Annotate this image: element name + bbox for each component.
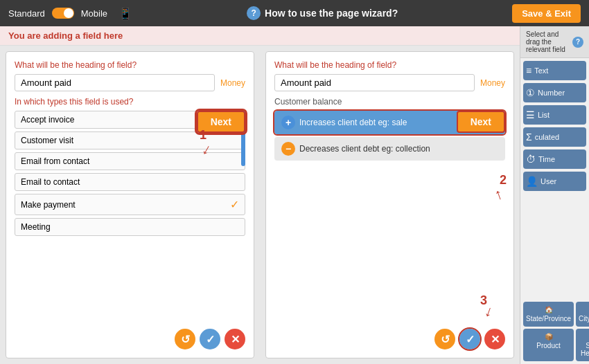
- list-item[interactable]: Email to contact: [15, 173, 245, 191]
- user-icon: 👤: [526, 176, 538, 187]
- panel1-cancel-button[interactable]: ✕: [225, 329, 245, 349]
- sidebar-item-list-label: List: [538, 111, 550, 119]
- sidebar-item-text-label: Text: [534, 66, 548, 75]
- right-sidebar: Select and drag the relevant field ? ≡ T…: [520, 26, 589, 364]
- panel1-footer: ↺ ✓ ✕: [15, 323, 245, 349]
- city-label: City/Town: [579, 315, 589, 322]
- sidebar-header-text: Select and drag the relevant field: [526, 30, 570, 53]
- annotation-3: 3: [480, 293, 487, 308]
- standard-mobile-toggle[interactable]: [52, 8, 74, 19]
- time-icon: ⏱: [526, 154, 536, 165]
- panel1-list: Accept invoice Customer visit Email from…: [15, 111, 245, 323]
- sect-label: Sect. Heading: [579, 342, 589, 357]
- panel-2: What will be the heading of field? Money…: [265, 51, 514, 358]
- list-item[interactable]: Email from contact: [15, 152, 245, 170]
- state-icon: 🏠: [545, 306, 553, 313]
- sidebar-item-user[interactable]: 👤 User: [523, 172, 586, 191]
- sigma-icon: Σ: [526, 131, 532, 143]
- panel1-types-label: In which types this field is used?: [15, 97, 245, 107]
- panel1-field-type: Money: [220, 78, 245, 88]
- panel2-field-input[interactable]: [274, 74, 475, 91]
- sidebar-item-product[interactable]: 📦 Product: [523, 329, 574, 361]
- panel-1: What will be the heading of field? Money…: [6, 51, 254, 358]
- sidebar-bottom: 🏠 State/Province 🏙 City/Town 📦 Product 📋…: [520, 299, 589, 364]
- panel2-balance-label: Customer balance: [274, 97, 505, 107]
- sidebar-item-user-label: User: [540, 177, 556, 185]
- save-exit-button[interactable]: Save & Exit: [512, 4, 581, 23]
- page-title: How to use the page wizard?: [265, 8, 398, 19]
- list-item-make-payment[interactable]: Make payment ✓: [15, 194, 245, 215]
- mobile-label: Mobile: [81, 8, 107, 19]
- help-icon[interactable]: ?: [247, 6, 261, 20]
- panel1-reset-button[interactable]: ↺: [175, 329, 195, 349]
- sidebar-item-list[interactable]: ☰ List: [523, 105, 586, 125]
- sidebar-item-calculated[interactable]: Σ culated: [523, 127, 586, 147]
- state-label: State/Province: [526, 315, 571, 322]
- balance-item-decrease[interactable]: − Decreases client debt eg: collection: [274, 137, 505, 161]
- number-icon: ①: [526, 87, 535, 98]
- top-bar-right: Save & Exit: [512, 4, 581, 23]
- minus-icon: −: [281, 142, 295, 156]
- panel1-next-button[interactable]: Next: [197, 111, 245, 133]
- panel2-field-row: Money: [274, 74, 505, 91]
- banner-text: You are adding a field here: [8, 30, 123, 41]
- mobile-icon: 📱: [118, 7, 132, 20]
- sidebar-items: ≡ Text ① Number ☰ List Σ culated ⏱ Time …: [520, 58, 589, 299]
- panel1-field-row: Money: [15, 74, 245, 91]
- text-icon: ≡: [526, 65, 531, 76]
- sidebar-header: Select and drag the relevant field ?: [520, 26, 589, 58]
- arrow-3: ↓: [482, 302, 495, 321]
- panels-row: What will be the heading of field? Money…: [0, 46, 520, 364]
- top-bar: Standard Mobile 📱 ? How to use the page …: [0, 0, 589, 26]
- panel2-heading-label: What will be the heading of field?: [274, 60, 505, 70]
- standard-label: Standard: [8, 8, 45, 19]
- sidebar-item-number-label: Number: [538, 89, 565, 97]
- list-item[interactable]: Customer visit: [15, 131, 245, 149]
- sidebar-item-time[interactable]: ⏱ Time: [523, 149, 586, 169]
- balance-item-decrease-label: Decreases client debt eg: collection: [299, 144, 430, 154]
- sidebar-item-state-province[interactable]: 🏠 State/Province: [523, 302, 574, 327]
- sidebar-item-city-town[interactable]: 🏙 City/Town: [576, 302, 589, 327]
- banner: You are adding a field here: [0, 26, 520, 46]
- main-area: You are adding a field here What will be…: [0, 26, 589, 364]
- panel2-confirm-button[interactable]: ✓: [459, 329, 480, 349]
- panel2-reset-button[interactable]: ↺: [434, 329, 455, 349]
- panel2-cancel-button[interactable]: ✕: [484, 329, 505, 349]
- arrow-2: ↑: [492, 185, 505, 204]
- list-icon: ☰: [526, 109, 535, 120]
- sidebar-item-text[interactable]: ≡ Text: [523, 61, 586, 80]
- panel1-field-input[interactable]: [15, 74, 215, 91]
- list-item[interactable]: Meeting: [15, 218, 245, 236]
- product-icon: 📦: [545, 333, 553, 340]
- panel2-footer: ↺ ✓ ✕: [274, 323, 505, 349]
- balance-item-increase-label: Increases client debt eg: sale: [299, 118, 407, 127]
- sidebar-item-number[interactable]: ① Number: [523, 83, 586, 102]
- panel2-next-button[interactable]: Next: [457, 111, 505, 133]
- check-icon: ✓: [230, 198, 239, 211]
- product-label: Product: [536, 342, 560, 349]
- top-bar-center: ? How to use the page wizard?: [247, 6, 398, 20]
- panel1-confirm-button[interactable]: ✓: [200, 329, 220, 349]
- top-bar-left: Standard Mobile 📱: [8, 7, 132, 20]
- sidebar-item-sect-heading[interactable]: 📋 Sect. Heading: [576, 329, 589, 361]
- panel2-field-type: Money: [480, 78, 505, 88]
- sidebar-help-icon[interactable]: ?: [572, 37, 583, 48]
- panels-container: You are adding a field here What will be…: [0, 26, 520, 364]
- plus-icon: +: [281, 116, 295, 129]
- sidebar-item-calculated-label: culated: [535, 133, 559, 141]
- annotation-2: 2: [500, 173, 507, 188]
- sidebar-item-time-label: Time: [538, 155, 555, 163]
- panel1-heading-label: What will be the heading of field?: [15, 60, 245, 70]
